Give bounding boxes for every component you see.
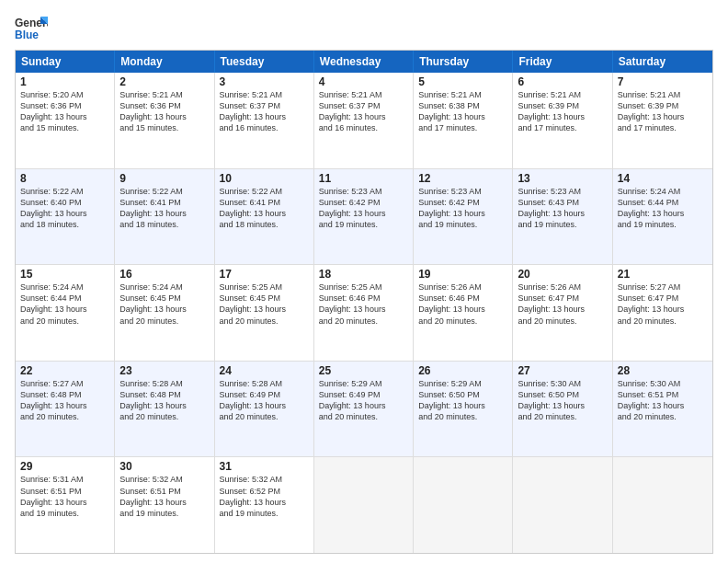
day-number: 31 bbox=[220, 460, 309, 473]
logo-icon: General Blue bbox=[15, 15, 48, 42]
cell-info: Sunrise: 5:26 AMSunset: 6:47 PMDaylight:… bbox=[518, 282, 607, 327]
cell-info: Sunrise: 5:24 AMSunset: 6:44 PMDaylight:… bbox=[20, 282, 109, 327]
day-cell-6: 6Sunrise: 5:21 AMSunset: 6:39 PMDaylight… bbox=[513, 73, 612, 168]
day-cell-29: 29Sunrise: 5:31 AMSunset: 6:51 PMDayligh… bbox=[16, 457, 115, 553]
day-number: 30 bbox=[119, 460, 209, 473]
calendar-header: SundayMondayTuesdayWednesdayThursdayFrid… bbox=[16, 51, 712, 73]
cell-info: Sunrise: 5:25 AMSunset: 6:45 PMDaylight:… bbox=[220, 282, 309, 327]
day-number: 20 bbox=[518, 268, 607, 281]
day-number: 24 bbox=[220, 364, 309, 377]
day-number: 7 bbox=[618, 75, 708, 88]
header-day-saturday: Saturday bbox=[613, 51, 712, 73]
day-cell-28: 28Sunrise: 5:30 AMSunset: 6:51 PMDayligh… bbox=[613, 362, 712, 457]
day-number: 25 bbox=[319, 364, 408, 377]
calendar-row-4: 29Sunrise: 5:31 AMSunset: 6:51 PMDayligh… bbox=[16, 457, 712, 553]
header-day-tuesday: Tuesday bbox=[215, 51, 314, 73]
cell-info: Sunrise: 5:21 AMSunset: 6:39 PMDaylight:… bbox=[618, 89, 708, 134]
day-number: 23 bbox=[119, 364, 209, 377]
header-day-wednesday: Wednesday bbox=[314, 51, 414, 73]
day-cell-20: 20Sunrise: 5:26 AMSunset: 6:47 PMDayligh… bbox=[513, 265, 612, 361]
day-number: 27 bbox=[518, 364, 607, 377]
calendar-row-2: 15Sunrise: 5:24 AMSunset: 6:44 PMDayligh… bbox=[16, 265, 712, 362]
day-number: 14 bbox=[618, 172, 708, 185]
header-day-friday: Friday bbox=[513, 51, 612, 73]
day-cell-18: 18Sunrise: 5:25 AMSunset: 6:46 PMDayligh… bbox=[314, 265, 414, 361]
day-cell-5: 5Sunrise: 5:21 AMSunset: 6:38 PMDaylight… bbox=[414, 73, 513, 168]
cell-info: Sunrise: 5:22 AMSunset: 6:41 PMDaylight:… bbox=[119, 186, 209, 231]
day-number: 26 bbox=[418, 364, 507, 377]
day-cell-1: 1Sunrise: 5:20 AMSunset: 6:36 PMDaylight… bbox=[16, 73, 115, 168]
day-cell-13: 13Sunrise: 5:23 AMSunset: 6:43 PMDayligh… bbox=[513, 169, 612, 265]
cell-info: Sunrise: 5:27 AMSunset: 6:47 PMDaylight:… bbox=[618, 282, 708, 327]
calendar-row-0: 1Sunrise: 5:20 AMSunset: 6:36 PMDaylight… bbox=[16, 73, 712, 169]
empty-cell bbox=[513, 457, 612, 553]
cell-info: Sunrise: 5:25 AMSunset: 6:46 PMDaylight:… bbox=[319, 282, 408, 327]
day-number: 6 bbox=[518, 75, 607, 88]
cell-info: Sunrise: 5:28 AMSunset: 6:49 PMDaylight:… bbox=[220, 378, 309, 423]
cell-info: Sunrise: 5:23 AMSunset: 6:42 PMDaylight:… bbox=[418, 186, 507, 231]
day-number: 8 bbox=[20, 172, 109, 185]
day-cell-7: 7Sunrise: 5:21 AMSunset: 6:39 PMDaylight… bbox=[613, 73, 712, 168]
day-cell-12: 12Sunrise: 5:23 AMSunset: 6:42 PMDayligh… bbox=[414, 169, 513, 265]
day-cell-2: 2Sunrise: 5:21 AMSunset: 6:36 PMDaylight… bbox=[115, 73, 214, 168]
cell-info: Sunrise: 5:23 AMSunset: 6:42 PMDaylight:… bbox=[319, 186, 408, 231]
logo: General Blue bbox=[15, 15, 48, 42]
cell-info: Sunrise: 5:29 AMSunset: 6:50 PMDaylight:… bbox=[418, 378, 507, 423]
day-number: 11 bbox=[319, 172, 408, 185]
empty-cell bbox=[314, 457, 414, 553]
cell-info: Sunrise: 5:30 AMSunset: 6:50 PMDaylight:… bbox=[518, 378, 607, 423]
day-number: 2 bbox=[119, 75, 209, 88]
day-cell-3: 3Sunrise: 5:21 AMSunset: 6:37 PMDaylight… bbox=[215, 73, 314, 168]
day-cell-4: 4Sunrise: 5:21 AMSunset: 6:37 PMDaylight… bbox=[314, 73, 414, 168]
day-number: 19 bbox=[418, 268, 507, 281]
day-number: 17 bbox=[220, 268, 309, 281]
cell-info: Sunrise: 5:21 AMSunset: 6:37 PMDaylight:… bbox=[220, 89, 309, 134]
day-cell-19: 19Sunrise: 5:26 AMSunset: 6:46 PMDayligh… bbox=[414, 265, 513, 361]
cell-info: Sunrise: 5:22 AMSunset: 6:41 PMDaylight:… bbox=[220, 186, 309, 231]
cell-info: Sunrise: 5:23 AMSunset: 6:43 PMDaylight:… bbox=[518, 186, 607, 231]
day-cell-26: 26Sunrise: 5:29 AMSunset: 6:50 PMDayligh… bbox=[414, 362, 513, 457]
page: General Blue SundayMondayTuesdayWednesda… bbox=[0, 0, 728, 563]
cell-info: Sunrise: 5:28 AMSunset: 6:48 PMDaylight:… bbox=[119, 378, 209, 423]
header-day-monday: Monday bbox=[115, 51, 214, 73]
day-cell-30: 30Sunrise: 5:32 AMSunset: 6:51 PMDayligh… bbox=[115, 457, 214, 553]
day-cell-23: 23Sunrise: 5:28 AMSunset: 6:48 PMDayligh… bbox=[115, 362, 214, 457]
day-cell-14: 14Sunrise: 5:24 AMSunset: 6:44 PMDayligh… bbox=[613, 169, 712, 265]
day-number: 3 bbox=[220, 75, 309, 88]
day-cell-22: 22Sunrise: 5:27 AMSunset: 6:48 PMDayligh… bbox=[16, 362, 115, 457]
day-cell-17: 17Sunrise: 5:25 AMSunset: 6:45 PMDayligh… bbox=[215, 265, 314, 361]
cell-info: Sunrise: 5:32 AMSunset: 6:52 PMDaylight:… bbox=[220, 474, 309, 519]
empty-cell bbox=[414, 457, 513, 553]
day-cell-11: 11Sunrise: 5:23 AMSunset: 6:42 PMDayligh… bbox=[314, 169, 414, 265]
day-cell-16: 16Sunrise: 5:24 AMSunset: 6:45 PMDayligh… bbox=[115, 265, 214, 361]
cell-info: Sunrise: 5:26 AMSunset: 6:46 PMDaylight:… bbox=[418, 282, 507, 327]
cell-info: Sunrise: 5:24 AMSunset: 6:45 PMDaylight:… bbox=[119, 282, 209, 327]
day-number: 21 bbox=[618, 268, 708, 281]
cell-info: Sunrise: 5:22 AMSunset: 6:40 PMDaylight:… bbox=[20, 186, 109, 231]
day-cell-15: 15Sunrise: 5:24 AMSunset: 6:44 PMDayligh… bbox=[16, 265, 115, 361]
day-cell-8: 8Sunrise: 5:22 AMSunset: 6:40 PMDaylight… bbox=[16, 169, 115, 265]
day-number: 22 bbox=[20, 364, 109, 377]
day-cell-31: 31Sunrise: 5:32 AMSunset: 6:52 PMDayligh… bbox=[215, 457, 314, 553]
cell-info: Sunrise: 5:30 AMSunset: 6:51 PMDaylight:… bbox=[618, 378, 708, 423]
calendar-row-3: 22Sunrise: 5:27 AMSunset: 6:48 PMDayligh… bbox=[16, 362, 712, 458]
day-number: 16 bbox=[119, 268, 209, 281]
day-number: 5 bbox=[418, 75, 507, 88]
day-number: 10 bbox=[220, 172, 309, 185]
calendar-body: 1Sunrise: 5:20 AMSunset: 6:36 PMDaylight… bbox=[16, 73, 712, 553]
day-cell-10: 10Sunrise: 5:22 AMSunset: 6:41 PMDayligh… bbox=[215, 169, 314, 265]
day-number: 4 bbox=[319, 75, 408, 88]
day-cell-25: 25Sunrise: 5:29 AMSunset: 6:49 PMDayligh… bbox=[314, 362, 414, 457]
day-number: 12 bbox=[418, 172, 507, 185]
day-number: 9 bbox=[119, 172, 209, 185]
day-cell-21: 21Sunrise: 5:27 AMSunset: 6:47 PMDayligh… bbox=[613, 265, 712, 361]
cell-info: Sunrise: 5:32 AMSunset: 6:51 PMDaylight:… bbox=[119, 474, 209, 519]
cell-info: Sunrise: 5:24 AMSunset: 6:44 PMDaylight:… bbox=[618, 186, 708, 231]
day-number: 28 bbox=[618, 364, 708, 377]
header-day-thursday: Thursday bbox=[414, 51, 513, 73]
day-number: 29 bbox=[20, 460, 109, 473]
calendar: SundayMondayTuesdayWednesdayThursdayFrid… bbox=[15, 50, 713, 554]
cell-info: Sunrise: 5:27 AMSunset: 6:48 PMDaylight:… bbox=[20, 378, 109, 423]
svg-text:Blue: Blue bbox=[15, 29, 39, 41]
day-number: 18 bbox=[319, 268, 408, 281]
